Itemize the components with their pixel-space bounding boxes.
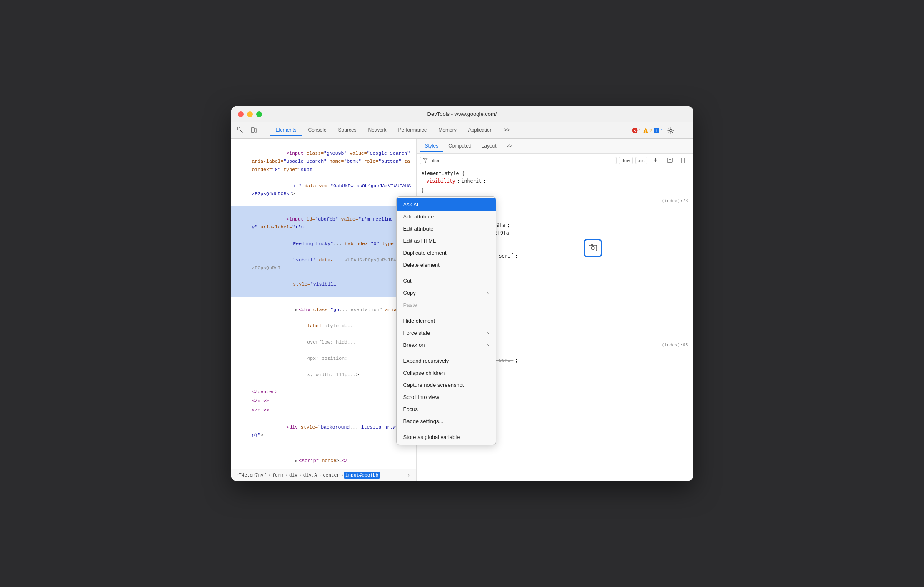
- svg-rect-15: [681, 158, 687, 163]
- svg-text:!: !: [645, 129, 647, 133]
- context-menu-separator: [397, 429, 496, 429]
- window-controls: [238, 111, 262, 117]
- css-rule-close: }: [417, 187, 693, 193]
- css-rule-body: visibility: inherit;: [417, 177, 693, 187]
- context-menu-item-copy[interactable]: Copy ›: [397, 287, 496, 299]
- settings-icon[interactable]: [665, 125, 677, 136]
- context-menu-separator: [397, 313, 496, 313]
- toolbar-right: ✕ 1 ! 2 i 1 ⋮: [632, 125, 689, 136]
- devtools-window: DevTools - www.google.com/ Elements Cons…: [231, 106, 693, 481]
- context-menu-item-delete[interactable]: Delete element: [397, 259, 496, 271]
- context-menu-item-edit-html[interactable]: Edit as HTML: [397, 235, 496, 247]
- context-menu-item-store-global[interactable]: Store as global variable: [397, 431, 496, 443]
- tab-memory[interactable]: Memory: [432, 125, 462, 136]
- filter-label: Filter: [430, 158, 440, 163]
- html-line[interactable]: <div style="background... ites318_hr.web…: [231, 414, 416, 448]
- breadcrumb-item[interactable]: center: [321, 472, 341, 479]
- context-menu-item-collapse[interactable]: Collapse children: [397, 367, 496, 379]
- tab-performance[interactable]: Performance: [392, 125, 433, 136]
- top-toolbar: Elements Console Sources Network Perform…: [231, 122, 693, 139]
- html-line[interactable]: <input class="gNO89b" value="Google Sear…: [231, 140, 416, 206]
- breadcrumb-item[interactable]: div.A: [302, 472, 319, 479]
- titlebar: DevTools - www.google.com/: [231, 106, 693, 122]
- svg-point-18: [591, 246, 594, 250]
- tab-network[interactable]: Network: [362, 125, 392, 136]
- html-line[interactable]: </div>: [231, 396, 416, 406]
- info-badge[interactable]: i 1: [654, 128, 663, 133]
- context-menu-item-force-state[interactable]: Force state ›: [397, 327, 496, 339]
- screenshot-capture-badge[interactable]: [584, 239, 602, 257]
- svg-point-10: [669, 129, 672, 131]
- tab-application[interactable]: Application: [462, 125, 499, 136]
- context-menu-item-edit-attribute[interactable]: Edit attribute: [397, 223, 496, 235]
- tab-styles[interactable]: Styles: [420, 140, 444, 152]
- inspect-icon[interactable]: [235, 125, 246, 136]
- main-tabs: Elements Console Sources Network Perform…: [267, 125, 631, 136]
- toolbar-divider-1: [263, 126, 263, 135]
- html-line-selected[interactable]: <input id="gbqfbb" value="I'm Feeling Lu…: [231, 206, 416, 297]
- context-menu-item-scroll[interactable]: Scroll into view: [397, 391, 496, 403]
- maximize-button[interactable]: [256, 111, 262, 117]
- context-menu-item-focus[interactable]: Focus: [397, 403, 496, 415]
- breadcrumb-arrow[interactable]: ›: [405, 471, 413, 479]
- cls-button[interactable]: .cls: [635, 157, 647, 164]
- context-menu: Ask AI Add attribute Edit attribute Edit…: [396, 196, 496, 445]
- svg-rect-2: [251, 128, 254, 132]
- context-menu-item-duplicate[interactable]: Duplicate element: [397, 247, 496, 259]
- breadcrumb-bar: rT4e.om7nvf › form › div › div.A › cente…: [231, 469, 416, 481]
- styles-toolbar: Filter :hov .cls +: [417, 154, 693, 167]
- error-badge[interactable]: ✕ 1: [632, 128, 641, 133]
- tab-console[interactable]: Console: [302, 125, 332, 136]
- close-button[interactable]: [238, 111, 244, 117]
- breadcrumb-item[interactable]: form: [270, 472, 285, 479]
- tab-sources[interactable]: Sources: [332, 125, 362, 136]
- more-options-icon[interactable]: ⋮: [678, 125, 690, 136]
- context-menu-overlay: Ask AI Add attribute Edit attribute Edit…: [396, 196, 496, 445]
- tab-styles-more[interactable]: >>: [502, 140, 517, 152]
- breadcrumb-item[interactable]: div: [287, 472, 299, 479]
- context-menu-item-ask-ai[interactable]: Ask AI: [397, 198, 496, 211]
- css-rule-header: element.style {: [417, 169, 693, 177]
- filter-box: Filter: [420, 157, 617, 164]
- warn-badge[interactable]: ! 2: [643, 128, 652, 133]
- tab-layout[interactable]: Layout: [477, 140, 502, 152]
- context-menu-item-badge-settings[interactable]: Badge settings...: [397, 415, 496, 427]
- hov-button[interactable]: :hov: [619, 157, 633, 164]
- svg-text:✕: ✕: [633, 129, 637, 133]
- context-menu-item-expand[interactable]: Expand recursively: [397, 355, 496, 367]
- context-menu-item-break-on[interactable]: Break on ›: [397, 339, 496, 351]
- main-content: <input class="gNO89b" value="Google Sear…: [231, 139, 693, 481]
- svg-line-1: [240, 130, 243, 133]
- context-menu-item-add-attribute[interactable]: Add attribute: [397, 211, 496, 223]
- toggle-sidebar-icon[interactable]: [678, 155, 690, 166]
- context-menu-item-paste: Paste: [397, 299, 496, 311]
- context-menu-item-capture-screenshot[interactable]: Capture node screenshot: [397, 379, 496, 391]
- tab-elements[interactable]: Elements: [270, 125, 302, 136]
- elements-panel: <input class="gNO89b" value="Google Sear…: [231, 139, 417, 481]
- window-title: DevTools - www.google.com/: [427, 111, 497, 117]
- new-style-rule-icon[interactable]: [664, 155, 676, 166]
- svg-rect-3: [255, 129, 257, 132]
- svg-rect-12: [667, 158, 672, 162]
- minimize-button[interactable]: [247, 111, 253, 117]
- breadcrumb-item-selected[interactable]: input#gbqfbb: [344, 472, 380, 479]
- svg-rect-0: [237, 128, 240, 130]
- context-menu-separator: [397, 353, 496, 353]
- svg-marker-11: [423, 158, 427, 163]
- context-menu-item-cut[interactable]: Cut: [397, 275, 496, 287]
- elements-content[interactable]: <input class="gNO89b" value="Google Sear…: [231, 139, 416, 469]
- tab-computed[interactable]: Computed: [443, 140, 476, 152]
- html-line[interactable]: </div>: [231, 406, 416, 415]
- html-line[interactable]: </center>: [231, 387, 416, 396]
- devtools-body: Elements Console Sources Network Perform…: [231, 122, 693, 481]
- html-line[interactable]: ▶<script nonce>…</: [231, 448, 416, 469]
- device-icon[interactable]: [248, 125, 260, 136]
- styles-tabs: Styles Computed Layout >>: [417, 139, 693, 154]
- breadcrumb-item[interactable]: rT4e.om7nvf: [235, 472, 268, 479]
- svg-rect-17: [589, 245, 597, 251]
- svg-text:i: i: [656, 129, 657, 133]
- context-menu-item-hide[interactable]: Hide element: [397, 315, 496, 327]
- add-style-icon[interactable]: +: [650, 155, 662, 166]
- tab-more[interactable]: >>: [498, 125, 516, 136]
- html-line[interactable]: ▶<div class="gb... esentation" aria- lab…: [231, 297, 416, 387]
